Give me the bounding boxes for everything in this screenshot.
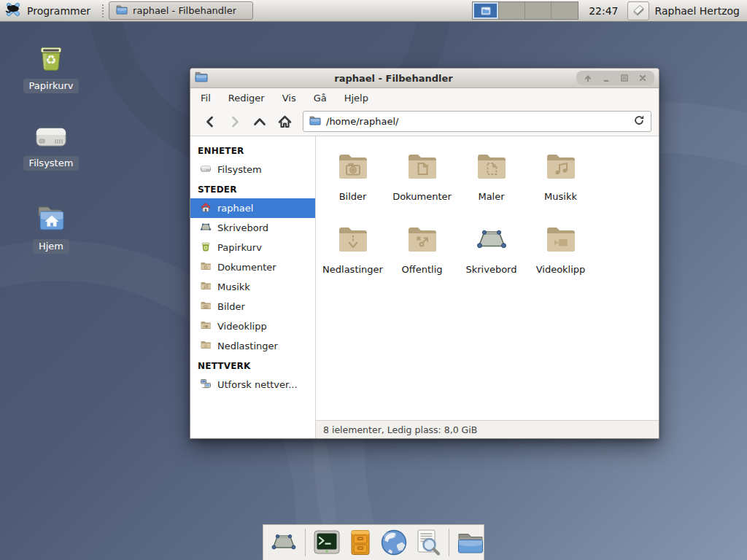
close-button[interactable]	[638, 73, 648, 83]
folder-music-icon	[200, 280, 212, 294]
sidebar-item-label: Nedlastinger	[217, 341, 278, 351]
folder-pictures-icon	[336, 148, 371, 184]
session-action-button[interactable]	[627, 1, 649, 20]
sidebar-item-label: Skrivebord	[217, 222, 268, 233]
hard-drive-icon	[12, 115, 90, 152]
folder-documents-icon	[405, 148, 440, 184]
desktop-label-trash: Papirkurv	[23, 79, 80, 93]
workspace-pager	[472, 1, 578, 20]
toolbar: /home/raphael/	[190, 107, 659, 136]
file-item-documents[interactable]: Dokumenter	[387, 148, 457, 221]
search-launcher[interactable]	[413, 527, 442, 558]
titlebar[interactable]: raphael - Filbehandler	[190, 69, 659, 88]
folder-videos-icon	[543, 221, 578, 257]
workspace-3[interactable]	[525, 2, 551, 19]
folder-downloads-icon	[200, 339, 212, 353]
sidebar-item-home[interactable]: raphael	[190, 198, 315, 218]
home-icon	[200, 201, 212, 215]
web-browser-launcher[interactable]	[379, 527, 409, 558]
minimize-button[interactable]	[601, 73, 611, 83]
file-cabinet-launcher[interactable]	[346, 527, 375, 558]
sidebar-item-label: Bilder	[217, 301, 245, 312]
shade-button[interactable]	[583, 73, 593, 83]
file-item-pictures[interactable]: Bilder	[318, 148, 387, 221]
sidebar-item-desktop[interactable]: Skrivebord	[190, 218, 315, 238]
workspace-1[interactable]	[473, 2, 499, 19]
sidebar-item-trash[interactable]: Papirkurv	[190, 238, 315, 257]
sidebar-item-label: Papirkurv	[217, 242, 262, 253]
file-item-music[interactable]: Musikk	[526, 148, 595, 221]
file-list: Bilder Dokum	[316, 136, 659, 420]
forward-button[interactable]	[222, 111, 247, 133]
desktop-label-home: Hjem	[33, 239, 69, 254]
terminal-launcher[interactable]	[312, 527, 341, 558]
folder-pictures-icon	[200, 300, 212, 314]
sidebar-item-documents[interactable]: Dokumenter	[190, 257, 315, 277]
dock-separator	[449, 529, 449, 556]
menu-view[interactable]: Vis	[282, 93, 296, 104]
menu-help[interactable]: Hjelp	[344, 93, 368, 104]
sidebar-item-browse-network[interactable]: Utforsk nettver...	[190, 375, 315, 394]
file-item-public[interactable]: Offentlig	[387, 221, 457, 294]
sidebar-item-filesystem[interactable]: Filsystem	[190, 160, 315, 179]
file-label: Dokumenter	[392, 191, 452, 202]
folder-videos-icon	[200, 319, 212, 333]
back-button[interactable]	[198, 111, 222, 133]
folder-templates-icon	[474, 148, 509, 184]
window-controls	[576, 71, 654, 85]
trash-icon: ♻	[12, 38, 90, 74]
file-item-desktop[interactable]: Skrivebord	[457, 221, 526, 294]
file-item-templates[interactable]: Maler	[457, 148, 526, 221]
file-label: Bilder	[339, 191, 367, 202]
file-label: Skrivebord	[465, 264, 516, 275]
taskbar-window-button[interactable]: raphael - Filbehandler	[109, 1, 253, 20]
folder-music-icon	[543, 148, 578, 184]
sidebar: ENHETER Filsystem STEDER	[190, 136, 316, 438]
menu-go[interactable]: Gå	[314, 93, 327, 104]
sidebar-header-devices: ENHETER	[190, 141, 315, 160]
drive-icon	[200, 163, 212, 176]
home-folder-icon	[12, 198, 90, 235]
statusbar: 8 ielementer, Ledig plass: 8,0 GiB	[316, 420, 659, 438]
applications-menu[interactable]: Programmer	[0, 0, 98, 21]
desktop-label-filesystem: Filsystem	[23, 156, 80, 171]
desktop-icon	[474, 221, 509, 257]
window-folder-icon	[195, 70, 208, 86]
sidebar-item-music[interactable]: Musikk	[190, 277, 315, 297]
user-name-label[interactable]: Raphael Hertzog	[655, 5, 740, 17]
file-item-videos[interactable]: Videoklipp	[526, 221, 595, 294]
folder-public-icon	[405, 221, 440, 257]
path-bar[interactable]: /home/raphael/	[303, 111, 651, 132]
workspace-4[interactable]	[551, 2, 578, 19]
sidebar-header-places: STEDER	[190, 179, 315, 198]
sidebar-item-pictures[interactable]: Bilder	[190, 297, 315, 316]
reload-icon[interactable]	[633, 114, 645, 129]
applications-menu-label: Programmer	[27, 5, 90, 17]
panel-clock[interactable]: 22:47	[589, 5, 618, 17]
path-text[interactable]: /home/raphael/	[326, 116, 628, 127]
maximize-button[interactable]	[619, 73, 630, 83]
panel-handle	[101, 4, 104, 18]
file-manager-launcher[interactable]	[456, 527, 485, 558]
eraser-icon	[631, 2, 646, 20]
home-button[interactable]	[272, 111, 297, 133]
desktop-icon	[200, 221, 212, 235]
workspace-2[interactable]	[499, 2, 525, 19]
folder-documents-icon	[200, 260, 212, 274]
desktop-icon-home[interactable]: Hjem	[12, 198, 90, 254]
network-icon	[200, 378, 212, 392]
file-label: Videoklipp	[536, 264, 586, 275]
file-label: Nedlastinger	[322, 264, 383, 275]
menu-file[interactable]: Fil	[201, 93, 211, 104]
file-label: Musikk	[544, 191, 577, 202]
desktop-icon-trash[interactable]: ♻ Papirkurv	[12, 38, 90, 93]
path-folder-icon	[309, 114, 321, 129]
file-item-downloads[interactable]: Nedlastinger	[318, 221, 387, 294]
up-button[interactable]	[247, 111, 272, 133]
desktop-icon-filesystem[interactable]: Filsystem	[12, 115, 90, 171]
sidebar-item-videos[interactable]: Videoklipp	[190, 316, 315, 336]
sidebar-item-downloads[interactable]: Nedlastinger	[190, 336, 315, 356]
top-panel: Programmer raphael - Filbehandler 22:47	[0, 0, 747, 22]
menu-edit[interactable]: Rediger	[228, 93, 265, 104]
show-desktop-button[interactable]	[269, 527, 298, 558]
